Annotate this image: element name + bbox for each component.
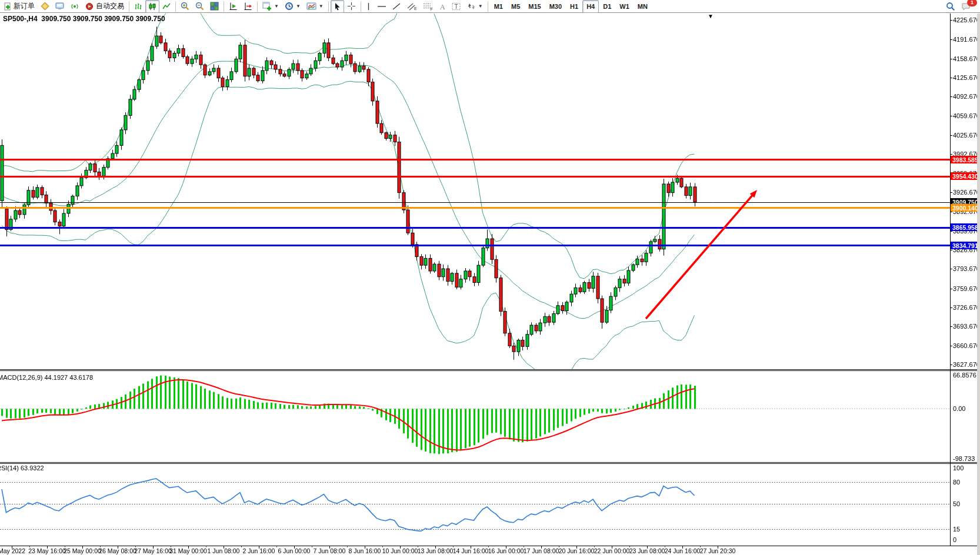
timeframe-button-H1[interactable]: H1 xyxy=(566,0,582,13)
zoom-in-button[interactable] xyxy=(178,0,192,13)
time-axis-label: 8 Jun 16:00 xyxy=(349,547,381,554)
toolbar-separator xyxy=(361,1,361,12)
indicator-axis-label: -98.733 xyxy=(953,455,975,462)
indicators-dropdown[interactable]: ▼ xyxy=(304,0,326,13)
price-axis-label: 4191.670 xyxy=(953,36,980,43)
time-axis-label: 16 Jun 00:00 xyxy=(488,547,524,554)
indicator-axis-label: 50 xyxy=(953,500,960,507)
main-chart-canvas[interactable] xyxy=(0,14,950,370)
timeframe-button-M1[interactable]: M1 xyxy=(490,0,507,13)
pane-splitter-macd-rsi[interactable] xyxy=(0,462,980,464)
price-tag: 3954.430 xyxy=(951,172,978,180)
signal-icon xyxy=(71,2,79,11)
price-axis-tick xyxy=(950,307,952,308)
indicator-axis-label: 100 xyxy=(953,464,964,472)
indicator-axis-label: 0.00 xyxy=(953,405,965,412)
price-axis-tick xyxy=(950,269,952,269)
dropdown-caret: ▼ xyxy=(296,4,301,9)
time-axis-label: May 2022 xyxy=(0,547,25,554)
cursor-icon xyxy=(334,2,341,11)
zoom-out-icon xyxy=(195,2,204,11)
time-axis-label: 2 Jun 16:00 xyxy=(243,547,275,554)
clock-icon xyxy=(285,2,294,11)
price-axis-tick xyxy=(950,20,952,21)
signals-button[interactable] xyxy=(68,0,82,13)
price-axis-tick xyxy=(950,365,952,365)
timeframe-button-M30[interactable]: M30 xyxy=(545,0,566,13)
toolbar-separator xyxy=(129,1,129,12)
search-button[interactable] xyxy=(943,0,958,13)
window-right-edge xyxy=(977,14,980,555)
toolbar: 新订单 自动交易 xyxy=(0,0,980,13)
price-axis-label: 3627.670 xyxy=(953,361,980,368)
time-axis-label: 26 May 08:00 xyxy=(99,547,136,554)
time-axis-label: 22 Jun 00:00 xyxy=(594,547,630,554)
text-button[interactable]: A xyxy=(436,0,449,13)
toolbar-right: 1 xyxy=(943,0,974,13)
autotrading-button[interactable]: 自动交易 xyxy=(82,0,127,13)
price-axis-label: 4158.670 xyxy=(953,55,980,62)
text-icon: A xyxy=(439,2,446,11)
toolbar-separator xyxy=(175,1,176,12)
cursor-button[interactable] xyxy=(331,0,344,13)
zoom-out-button[interactable] xyxy=(192,0,207,13)
indicator-axis-label: 15 xyxy=(953,526,960,533)
timeframe-button-W1[interactable]: W1 xyxy=(615,0,634,13)
periodicity-dropdown[interactable]: ▼ xyxy=(282,0,304,13)
time-axis-label: 27 Jun 20:30 xyxy=(700,547,736,554)
time-axis-label: 6 Jun 00:00 xyxy=(278,547,311,554)
chart-shift-marker[interactable]: ▼ xyxy=(708,14,714,19)
candlestick-chart-button[interactable] xyxy=(145,0,159,13)
notification-badge: 1 xyxy=(967,0,977,6)
time-axis-label: 23 May 16:00 xyxy=(28,547,66,554)
search-icon xyxy=(946,2,955,11)
timeframe-button-M15[interactable]: M15 xyxy=(524,0,545,13)
market-watch-button[interactable] xyxy=(38,0,52,13)
tile-windows-button[interactable] xyxy=(207,0,222,13)
time-axis-minor-tick xyxy=(347,546,348,547)
terminal-button[interactable] xyxy=(52,0,68,13)
price-axis-border xyxy=(950,14,951,546)
line-chart-button[interactable] xyxy=(159,0,174,13)
text-label-button[interactable]: T xyxy=(449,0,464,13)
price-axis-label: 4025.670 xyxy=(953,132,980,139)
auto-scroll-button[interactable] xyxy=(241,0,255,13)
chart-symbol-ohlc: SP500-,H4 3909.750 3909.750 3909.750 390… xyxy=(3,15,165,23)
timeframe-button-H4[interactable]: H4 xyxy=(582,0,599,13)
new-chart-dropdown[interactable]: ▼ xyxy=(259,0,282,13)
notifications-button[interactable]: 1 xyxy=(958,0,974,13)
new-order-button[interactable]: 新订单 xyxy=(1,0,38,13)
rsi-label: RSI(14) 63.9322 xyxy=(0,464,44,472)
price-axis-label: 3660.670 xyxy=(953,342,980,349)
svg-text:F: F xyxy=(430,6,432,11)
fibonacci-button[interactable]: F xyxy=(420,0,436,13)
indicator-axis-label: 80 xyxy=(953,479,960,486)
chart-shift-button[interactable] xyxy=(226,0,241,13)
arrows-dropdown[interactable]: ▼ xyxy=(464,0,486,13)
chart-bottom-border xyxy=(0,546,980,546)
bar-chart-button[interactable] xyxy=(131,0,145,13)
time-axis-label: 24 Jun 16:00 xyxy=(665,547,701,554)
auto-scroll-icon xyxy=(244,2,252,11)
equidistant-channel-button[interactable]: E xyxy=(404,0,420,13)
line-chart-icon xyxy=(162,2,171,11)
rsi-pane-canvas[interactable] xyxy=(0,464,950,546)
crosshair-button[interactable] xyxy=(344,0,359,13)
macd-pane-canvas[interactable] xyxy=(0,372,950,462)
vertical-line-button[interactable] xyxy=(363,0,374,13)
timeframe-button-D1[interactable]: D1 xyxy=(599,0,615,13)
timeframe-button-MN[interactable]: MN xyxy=(634,0,652,13)
time-axis-label: 31 May 00:00 xyxy=(169,547,207,554)
horizontal-line-icon xyxy=(377,2,386,11)
price-axis-tick xyxy=(950,116,952,116)
pane-splitter-main-macd[interactable] xyxy=(0,369,980,371)
horizontal-line-button[interactable] xyxy=(374,0,389,13)
svg-text:A: A xyxy=(439,2,445,11)
price-axis-tick xyxy=(950,231,952,232)
timeframe-button-M5[interactable]: M5 xyxy=(507,0,524,13)
price-axis-label: 4225.670 xyxy=(953,16,980,24)
price-axis-tick xyxy=(950,192,952,193)
indicator-axis-label: 0 xyxy=(953,536,956,543)
trendline-button[interactable] xyxy=(389,0,404,13)
price-axis-label: 3693.670 xyxy=(953,323,980,330)
